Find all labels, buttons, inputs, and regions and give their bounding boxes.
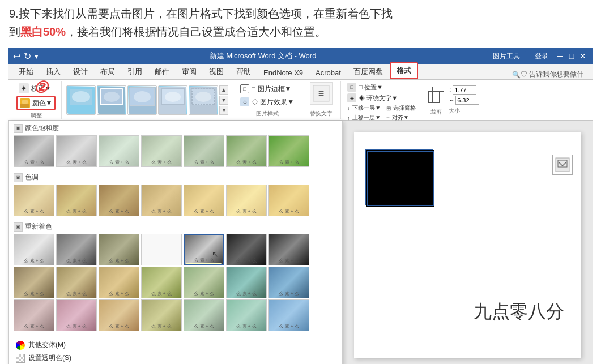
scroll-down-button[interactable]: ▼ [219, 96, 228, 105]
tone-item-5[interactable]: 么 素 + 么 [184, 185, 224, 216]
position-label: □ 位置▼ [359, 83, 383, 92]
wrap-icon: ◈ [347, 93, 356, 102]
ribbon-search[interactable]: 🔍 ♡ 告诉我你想要做什 [508, 70, 588, 79]
recolor-sandy[interactable]: 么 素 + 么 [99, 267, 139, 298]
down-layer-button[interactable]: ↓ 下移一层▼ [346, 104, 382, 113]
tab-mail[interactable]: 邮件 [149, 65, 175, 79]
top-text-prefix: 到 [9, 25, 20, 38]
other-variants-label: 其他变体(M) [28, 340, 66, 350]
recolor-text: 重新着色 [25, 222, 52, 232]
other-variants-button[interactable]: 其他变体(M) [14, 339, 338, 352]
set-transparent-button[interactable]: 设置透明色(S) [14, 352, 338, 364]
scroll-up-button[interactable]: ▲ [219, 85, 228, 95]
align-icon: ≡ [386, 115, 390, 121]
color-button[interactable]: 颜色▼ ② [16, 96, 56, 110]
tab-reference[interactable]: 引用 [122, 65, 148, 79]
quick-access-separator: ▾ [35, 52, 39, 61]
recolor-dark4[interactable]: 么 素 + 么 [268, 234, 309, 265]
tab-review[interactable]: 审阅 [176, 65, 202, 79]
recolor-green-light[interactable]: 么 素 + 么 [184, 267, 224, 298]
recolor-blue-teal[interactable]: 么 素 + 么 [268, 267, 309, 298]
select-pane-button[interactable]: ⊞ 选择窗格 [385, 104, 417, 113]
tone-item-7[interactable]: 么 素 + 么 [268, 185, 309, 216]
saturation-item-0[interactable]: 么 素 + 么 [14, 135, 54, 167]
style-thumb-5[interactable] [189, 85, 218, 115]
tone-item-4[interactable]: 么 素 + 么 [141, 185, 182, 216]
tab-acrobat[interactable]: Acrobat [310, 66, 347, 79]
picture-effect-button[interactable]: ◇ ◇ 图片效果▼ [238, 96, 296, 108]
svg-rect-1 [20, 104, 29, 108]
replace-icon[interactable]: ≡ [310, 82, 333, 105]
recolor-pink[interactable]: 么 素 + 么 [56, 299, 97, 331]
recolor-mint[interactable]: 么 素 + 么 [226, 299, 267, 331]
style-thumb-1[interactable] [66, 85, 96, 115]
doc-page: 九点零八分 [354, 132, 581, 358]
saturation-item-1[interactable]: 么 素 + 么 [56, 135, 97, 167]
tab-help[interactable]: 帮助 [231, 65, 257, 79]
tab-baiduyun[interactable]: 百度网盘 [348, 65, 389, 79]
recolor-dark1[interactable]: 么 素 + 么 [56, 234, 97, 265]
style-gallery [66, 85, 218, 115]
correct-button[interactable]: ✦ 校正▼ [16, 82, 56, 95]
tab-design[interactable]: 设计 [67, 65, 93, 79]
recolor-sage[interactable]: 么 素 + 么 [184, 299, 224, 331]
tone-item-2[interactable]: 么 素 + 么 [56, 185, 97, 216]
picture-border-button[interactable]: □ □ 图片边框▼ [238, 83, 296, 95]
recolor-dark3[interactable]: 么 素 + 么 [226, 234, 267, 265]
tab-endnote[interactable]: EndNote X9 [258, 66, 309, 79]
recolor-olive[interactable]: 么 素 + 么 [141, 299, 182, 331]
tab-start[interactable]: 开始 [13, 65, 39, 79]
search-icon: 🔍 [512, 71, 521, 79]
tab-view[interactable]: 视图 [203, 65, 229, 79]
tone-item-1[interactable]: 么 素 + 么 [14, 185, 54, 216]
color-panel[interactable]: ▣ 颜色饱和度 么 素 + 么 么 素 + 么 [8, 121, 343, 364]
svg-point-14 [165, 92, 181, 102]
scroll-more-button[interactable]: ▾ [219, 106, 228, 115]
style-group-label: 图片样式 [256, 109, 279, 118]
svg-point-11 [134, 91, 151, 102]
picture-effect-label: ◇ 图片效果▼ [252, 97, 294, 107]
recolor-warm-dark1[interactable]: 么 素 + 么 [14, 267, 54, 298]
tab-insert[interactable]: 插入 [40, 65, 66, 79]
recolor-bw50[interactable]: 么 素 + 么 ↖ 黑白: 50% 3 [184, 234, 224, 265]
style-thumb-4[interactable] [158, 85, 187, 115]
wrap-text-button[interactable]: ◈ ◈ 环绕文字▼ [346, 93, 417, 103]
crop-button[interactable] [426, 84, 446, 107]
restore-button[interactable]: □ [566, 51, 577, 61]
height-input-row: ↕ [449, 85, 479, 95]
crop-group: 裁剪 ↕ ↔ 大小 [423, 81, 483, 119]
minimize-button[interactable]: ─ [555, 51, 565, 61]
style-thumb-2[interactable] [97, 85, 126, 115]
saturation-item-6[interactable]: 么 素 + 么 [268, 135, 309, 167]
tone-item-6[interactable]: 么 素 + 么 [226, 185, 267, 216]
recolor-dark2[interactable]: 么 素 + 么 [99, 234, 139, 265]
adjust-group: ✦ 校正▼ 颜色▼ ② [11, 81, 62, 119]
recolor-light-blue[interactable]: 么 素 + 么 [268, 299, 309, 331]
tab-format[interactable]: 格式 [390, 62, 418, 79]
saturation-item-5[interactable]: 么 素 + 么 [226, 135, 267, 167]
recolor-none[interactable]: 么 素 + 么 [14, 234, 54, 265]
close-button[interactable]: ✕ [578, 51, 588, 61]
saturation-item-3[interactable]: 么 素 + 么 [141, 135, 182, 167]
tone-section: ▣ 色调 么 素 + 么 么 素 + 么 [9, 170, 342, 220]
recolor-tan[interactable]: 么 素 + 么 [99, 299, 139, 331]
recolor-empty[interactable] [141, 234, 182, 265]
saturation-item-2[interactable]: 么 素 + 么 [99, 135, 139, 167]
recolor-warm-dark2[interactable]: 么 素 + 么 [56, 267, 97, 298]
tone-item-3[interactable]: 么 素 + 么 [99, 185, 139, 216]
tab-layout[interactable]: 布局 [95, 65, 121, 79]
style-thumb-3[interactable] [127, 85, 157, 115]
size-group-label: 大小 [449, 106, 479, 115]
undo-icon[interactable]: ↩ [13, 51, 20, 62]
height-input[interactable] [453, 85, 476, 95]
recolor-teal[interactable]: 么 素 + 么 [226, 267, 267, 298]
saturation-item-4[interactable]: 么 素 + 么 [184, 135, 224, 167]
width-input[interactable] [455, 96, 479, 105]
redo-icon[interactable]: ↻ [24, 51, 31, 62]
main-area: ▣ 颜色饱和度 么 素 + 么 么 素 + 么 [8, 121, 593, 364]
scroll-icon[interactable] [552, 155, 573, 175]
login-button[interactable]: 登录 [530, 50, 553, 62]
recolor-purple-warm[interactable]: 么 素 + 么 [14, 299, 54, 331]
recolor-yellow-green[interactable]: 么 素 + 么 [141, 267, 182, 298]
position-button[interactable]: □ □ 位置▼ [346, 82, 417, 92]
